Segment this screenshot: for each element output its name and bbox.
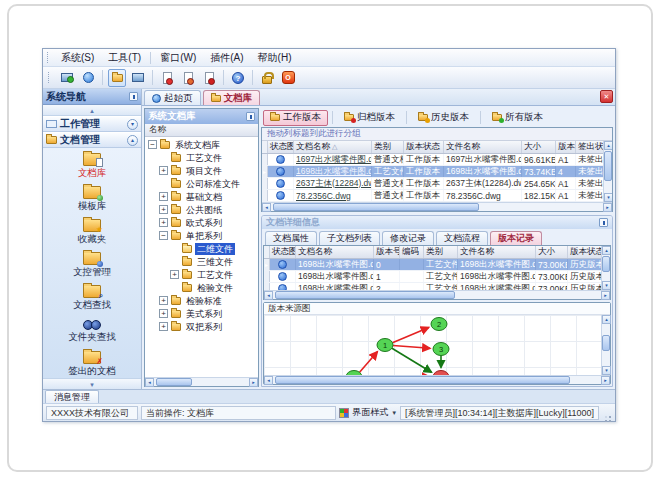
expand-icon[interactable]: + bbox=[170, 270, 179, 279]
all-version-button[interactable]: 所有版本 bbox=[485, 110, 550, 126]
collapse-icon[interactable]: − bbox=[159, 231, 168, 240]
send-document-icon[interactable] bbox=[179, 69, 197, 87]
scroll-up-icon[interactable] bbox=[602, 246, 610, 255]
pin-icon[interactable] bbox=[599, 218, 608, 227]
graph-canvas[interactable]: 01234 bbox=[264, 315, 601, 375]
pin-icon[interactable] bbox=[129, 92, 138, 101]
new-document-icon[interactable] bbox=[158, 69, 176, 87]
tree-item[interactable]: +项目文件 bbox=[145, 164, 258, 177]
tree-item[interactable]: 三维文件 bbox=[145, 255, 258, 268]
sidebar-group-docs[interactable]: 文档管理 bbox=[43, 132, 141, 148]
tree-column-header[interactable]: 名称 bbox=[145, 124, 258, 137]
sidebar-item-doc-control[interactable]: 文控管理 bbox=[43, 250, 141, 283]
chevron-up-icon[interactable] bbox=[127, 135, 138, 146]
sidebar-item-template-library[interactable]: 模板库 bbox=[43, 184, 141, 217]
workspace-monitor-icon[interactable] bbox=[58, 69, 76, 87]
tree-item[interactable]: 检验文件 bbox=[145, 281, 258, 294]
tab-version-records[interactable]: 版本记录 bbox=[490, 231, 542, 245]
scroll-left-icon[interactable] bbox=[262, 203, 271, 212]
tree-item[interactable]: 二维文件 bbox=[145, 242, 258, 255]
table-row[interactable]: 1697出水嘴零件图.dwg普通文档工作版本1697出水嘴零件图.dwg96.6… bbox=[262, 154, 603, 166]
open-folder-icon[interactable] bbox=[108, 69, 126, 87]
tree-item[interactable]: +检验标准 bbox=[145, 294, 258, 307]
horizontal-scrollbar[interactable] bbox=[264, 375, 610, 384]
column-header[interactable]: 版本状态 bbox=[568, 246, 601, 258]
column-header[interactable]: 状态图 bbox=[270, 246, 296, 258]
scroll-down-icon[interactable] bbox=[602, 281, 610, 290]
vertical-scrollbar[interactable] bbox=[601, 246, 610, 290]
scroll-thumb[interactable] bbox=[275, 376, 570, 384]
sidebar-scroll-down[interactable] bbox=[43, 378, 141, 389]
expand-icon[interactable]: + bbox=[159, 296, 168, 305]
close-tab-icon[interactable]: ✕ bbox=[600, 90, 613, 103]
scroll-up-icon[interactable] bbox=[604, 141, 612, 150]
tree-item[interactable]: +基础文档 bbox=[145, 190, 258, 203]
expand-icon[interactable]: + bbox=[159, 309, 168, 318]
scroll-thumb[interactable] bbox=[273, 203, 479, 211]
tab-doc-properties[interactable]: 文档属性 bbox=[265, 231, 317, 245]
scroll-down-icon[interactable] bbox=[604, 193, 612, 202]
expand-icon[interactable]: + bbox=[159, 322, 168, 331]
chevron-down-icon[interactable] bbox=[127, 119, 138, 130]
table-row[interactable]: ▸1698出水嘴零件图.dwg工艺文件工作版本1698出水嘴零件图.dwg73.… bbox=[262, 166, 603, 178]
tree-item[interactable]: 公司标准文件 bbox=[145, 177, 258, 190]
history-version-button[interactable]: 历史版本 bbox=[411, 110, 476, 126]
scroll-thumb[interactable] bbox=[602, 335, 610, 352]
table-row[interactable]: 78.2356C.dwg普通文档工作版本78.2356C.dwg182.15KB… bbox=[262, 190, 603, 202]
column-header[interactable]: 签出状态 bbox=[576, 141, 603, 153]
scroll-thumb[interactable] bbox=[604, 151, 612, 181]
expand-icon[interactable]: + bbox=[159, 166, 168, 175]
column-header[interactable]: 版本号 bbox=[374, 246, 400, 258]
column-header[interactable]: 类别 bbox=[372, 141, 404, 153]
column-header[interactable]: 文档名称△ bbox=[294, 141, 372, 153]
tree-item[interactable]: +公共图纸 bbox=[145, 203, 258, 216]
column-header[interactable]: 状态图 bbox=[268, 141, 294, 153]
vertical-scrollbar[interactable] bbox=[603, 141, 612, 202]
expand-icon[interactable]: + bbox=[159, 205, 168, 214]
tab-modify-records[interactable]: 修改记录 bbox=[382, 231, 434, 245]
tab-doc-flow[interactable]: 文档流程 bbox=[436, 231, 488, 245]
sidebar-item-favorites[interactable]: ★ 收藏夹 bbox=[43, 217, 141, 250]
tree-item[interactable]: +欧式系列 bbox=[145, 216, 258, 229]
tab-sub-documents[interactable]: 子文档列表 bbox=[319, 231, 380, 245]
revoke-document-icon[interactable] bbox=[200, 69, 218, 87]
collapse-icon[interactable]: − bbox=[148, 140, 157, 149]
column-header[interactable]: 大小 bbox=[536, 246, 568, 258]
scroll-left-icon[interactable] bbox=[145, 378, 154, 387]
scroll-thumb[interactable] bbox=[156, 378, 192, 386]
scroll-right-icon[interactable] bbox=[603, 203, 612, 212]
column-header[interactable]: 版本号 bbox=[556, 141, 576, 153]
scroll-right-icon[interactable] bbox=[601, 291, 610, 300]
resize-grip[interactable] bbox=[602, 407, 612, 419]
menu-tools[interactable]: 工具(T) bbox=[101, 50, 148, 66]
menu-plugins[interactable]: 插件(A) bbox=[203, 50, 250, 66]
expand-icon[interactable]: + bbox=[159, 192, 168, 201]
table-row[interactable]: 2637主体(12284).dwg普通文档工作版本2637主体(12284).d… bbox=[262, 178, 603, 190]
scroll-down-icon[interactable] bbox=[602, 366, 611, 375]
column-header[interactable]: 文件名称 bbox=[444, 141, 522, 153]
scroll-left-icon[interactable] bbox=[264, 291, 273, 300]
scroll-right-icon[interactable] bbox=[249, 378, 258, 387]
tree-item[interactable]: −系统文档库 bbox=[145, 138, 258, 151]
table-row[interactable]: ▸1698出水嘴零件图.dwg0工艺文件1698出水嘴零件图.dwg73.00K… bbox=[264, 259, 601, 271]
tree-item[interactable]: −单把系列 bbox=[145, 229, 258, 242]
sidebar-item-doc-search[interactable]: ⌕ 文档查找 bbox=[43, 283, 141, 316]
version-node[interactable]: 3 bbox=[433, 343, 449, 356]
menu-window[interactable]: 窗口(W) bbox=[153, 50, 203, 66]
sidebar-group-work[interactable]: 工作管理 bbox=[43, 116, 141, 132]
column-header[interactable]: 文件名称 bbox=[458, 246, 536, 258]
column-header[interactable]: 类别 bbox=[424, 246, 458, 258]
sidebar-item-folder-search[interactable]: 文件夹查找 bbox=[43, 316, 141, 349]
version-node[interactable]: 2 bbox=[431, 318, 447, 331]
menu-system[interactable]: 系统(S) bbox=[54, 50, 101, 66]
scroll-right-icon[interactable] bbox=[601, 376, 610, 385]
work-version-button[interactable]: 工作版本 bbox=[263, 110, 328, 126]
tree-item[interactable]: +工艺文件 bbox=[145, 268, 258, 281]
interface-style-selector[interactable]: 界面样式 ▼ bbox=[339, 406, 397, 419]
help-icon[interactable]: ? bbox=[229, 69, 247, 87]
horizontal-scrollbar[interactable] bbox=[262, 202, 612, 211]
column-header[interactable]: 大小 bbox=[522, 141, 556, 153]
tree-item[interactable]: 工艺文件 bbox=[145, 151, 258, 164]
computer-icon[interactable] bbox=[129, 69, 147, 87]
globe-icon[interactable] bbox=[79, 69, 97, 87]
